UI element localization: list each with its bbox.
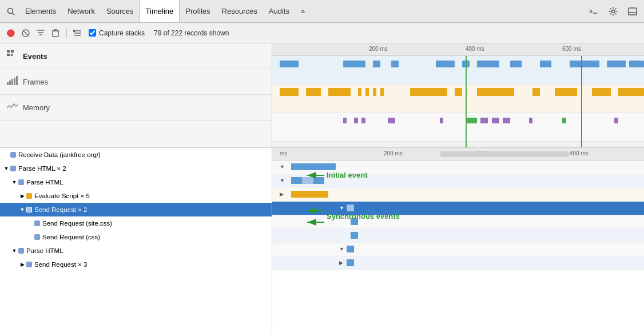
bar-blue-1	[280, 61, 299, 67]
detail-bar-2	[291, 191, 328, 198]
timeline-scrollbar[interactable]	[440, 151, 570, 157]
bar-purple-2	[354, 118, 358, 123]
tree-item-send-request-css[interactable]: Send Request (site.css)	[0, 216, 272, 230]
nav-network[interactable]: Network	[62, 0, 101, 22]
detail-row-5	[272, 229, 644, 243]
memory-label: Memory	[23, 103, 50, 112]
bar-purple-4	[388, 118, 395, 123]
main-content: Events Frames	[0, 43, 644, 333]
nav-elements[interactable]: Elements	[19, 0, 62, 22]
dock-icon[interactable]	[623, 7, 642, 15]
tree-item-send-request-x2[interactable]: Send Request × 2	[0, 203, 272, 216]
bar-blue-7	[477, 61, 499, 67]
clear-button[interactable]	[19, 27, 32, 39]
bar-yellow-1	[280, 88, 299, 96]
ruler-tick-400: 400 ms	[466, 46, 484, 52]
tree-item-parse-html-x2[interactable]: Parse HTML × 2	[0, 162, 272, 175]
sidebar-section-memory[interactable]: Memory	[0, 95, 272, 121]
nav-more[interactable]: »	[295, 0, 311, 22]
search-icon[interactable]	[2, 0, 19, 22]
icon-parse-html-2	[18, 248, 24, 254]
bar-purple-6	[480, 118, 488, 123]
detail-bar-7	[347, 259, 354, 266]
icon-evaluate-script	[26, 193, 32, 199]
tree-item-evaluate-script[interactable]: Evaluate Script × 5	[0, 189, 272, 203]
svg-rect-9	[53, 31, 58, 37]
tree-item-send-request-css2[interactable]: Send Request (css)	[0, 230, 272, 244]
memory-icon	[7, 102, 18, 113]
sidebar-section-frames[interactable]: Frames	[0, 69, 272, 95]
group-button[interactable]	[71, 27, 84, 39]
records-info: 79 of 222 records shown	[154, 29, 229, 37]
frames-label: Frames	[23, 78, 48, 86]
svg-rect-21	[9, 81, 11, 85]
bar-blue-2	[343, 61, 365, 67]
detail-row-2-arrow: ▶	[280, 191, 284, 197]
tree-item-parse-html-1[interactable]: Parse HTML	[0, 175, 272, 189]
bar-blue-8	[510, 61, 522, 67]
detail-bar-3	[347, 204, 354, 211]
filter-button[interactable]	[34, 27, 47, 39]
overview-rows	[272, 56, 644, 148]
arrow-parse-html-1[interactable]	[10, 179, 18, 185]
tree-item-send-request-x3[interactable]: Send Request × 3	[0, 258, 272, 271]
detail-ruler-400ms: 400 ms	[570, 150, 589, 157]
detail-row-1: ▼	[272, 174, 644, 188]
bar-yellow-10	[477, 88, 514, 96]
detail-bar-1b	[302, 177, 313, 184]
bar-green-1	[466, 118, 477, 123]
timeline-overview[interactable]: 200 ms 400 ms 600 ms	[272, 43, 644, 148]
arrow-parse-html-x2[interactable]	[2, 166, 10, 171]
record-button[interactable]	[5, 27, 17, 39]
icon-parse-html-1	[18, 179, 24, 185]
nav-profiles[interactable]: Profiles	[180, 0, 216, 22]
sidebar-section-events[interactable]: Events	[0, 43, 272, 69]
bar-yellow-13	[592, 88, 611, 96]
detail-row-2: ▶	[272, 188, 644, 202]
icon-send-request-x2	[26, 207, 32, 212]
detail-row-0-arrow: ▼	[280, 164, 285, 170]
label-send-request-css: Send Request (site.css)	[42, 220, 112, 227]
console-icon[interactable]	[585, 8, 603, 15]
overview-row-3	[272, 113, 644, 142]
detail-row-0: ▼	[272, 161, 644, 174]
svg-rect-19	[11, 54, 13, 56]
bar-yellow-11	[532, 88, 540, 96]
label-send-request-css2: Send Request (css)	[42, 234, 100, 240]
overview-row-2	[272, 85, 644, 113]
svg-line-8	[23, 31, 28, 35]
delete-button[interactable]	[49, 27, 62, 39]
icon-parse-html-x2	[10, 166, 16, 171]
sidebar: Events Frames	[0, 43, 272, 333]
detail-row-3: ▼	[272, 202, 644, 215]
svg-rect-22	[11, 79, 13, 85]
detail-rows: ▼ ▼ ▶ ▼	[272, 161, 644, 270]
tree-item-parse-html-2[interactable]: Parse HTML	[0, 244, 272, 258]
detail-row-7: ▶	[272, 256, 644, 270]
capture-stacks-checkbox[interactable]	[89, 29, 96, 37]
bar-yellow-3	[328, 88, 351, 96]
nav-sources[interactable]: Sources	[101, 0, 140, 22]
arrow-parse-html-2[interactable]	[10, 248, 18, 254]
arrow-send-request-x3[interactable]	[18, 262, 26, 267]
label-parse-html-2: Parse HTML	[26, 247, 63, 254]
bar-yellow-5	[365, 88, 369, 96]
timeline-ruler-overview: 200 ms 400 ms 600 ms	[272, 43, 644, 56]
settings-icon[interactable]	[604, 7, 622, 16]
label-send-request-x2: Send Request × 2	[34, 206, 87, 213]
timeline-ruler-detail: ms 200 ms 300 ms 400 ms	[272, 148, 644, 161]
nav-timeline[interactable]: Timeline	[140, 0, 180, 22]
tree-item-receive-data[interactable]: Receive Data (jankfree.org/)	[0, 148, 272, 162]
bar-purple-5	[440, 118, 444, 123]
arrow-send-request-x2[interactable]	[18, 207, 26, 212]
nav-right-icons	[585, 7, 642, 16]
bar-yellow-7	[380, 88, 384, 96]
arrow-evaluate-script[interactable]	[18, 193, 26, 199]
nav-resources[interactable]: Resources	[216, 0, 263, 22]
frames-icon	[7, 76, 18, 87]
bar-purple-9	[529, 118, 533, 123]
nav-audits[interactable]: Audits	[263, 0, 295, 22]
timeline-panel: 200 ms 400 ms 600 ms	[272, 43, 644, 333]
bar-yellow-9	[455, 88, 462, 96]
detail-row-6-arrow: ▼	[339, 246, 344, 252]
